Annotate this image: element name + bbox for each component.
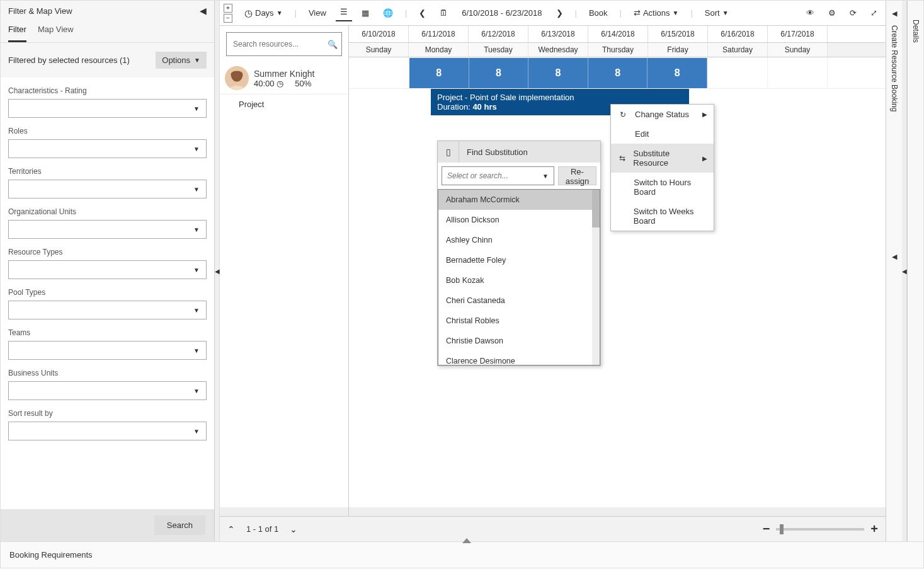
zoom-in-icon[interactable]: + [870,522,878,536]
zoom-slider[interactable] [776,528,864,531]
expand-all-icon[interactable]: + [224,4,232,13]
grid-view-icon[interactable]: ▦ [357,6,374,20]
resource-row[interactable]: Summer Knight 40:00 ◷ 50% [220,62,348,95]
chevron-left-icon[interactable]: ◀ [892,253,897,261]
resource-name: Summer Knight [254,69,314,79]
substitution-option[interactable]: Bob Kozak [438,270,600,290]
booking-requirements-label: Booking Requirements [9,550,93,560]
context-menu-item[interactable]: ↻Change Status▶ [611,105,714,124]
filter-teams[interactable]: ▼ [8,341,207,360]
substitution-option[interactable]: Allison Dickson [438,210,600,230]
book-button[interactable]: Book [585,6,612,20]
time-scale-days[interactable]: ◷ Days ▼ [240,5,287,21]
context-menu-item[interactable]: Switch to Weeks Board [611,202,714,231]
filter-pool-types[interactable]: ▼ [8,301,207,319]
collapse-all-icon[interactable]: − [224,14,232,23]
popup-title: Find Substitution [459,142,535,162]
chevron-up-icon[interactable] [462,537,471,543]
filter-business-units[interactable]: ▼ [8,381,207,400]
search-button[interactable]: Search [154,515,205,535]
refresh-icon[interactable]: ⟳ [845,6,861,20]
left-splitter[interactable]: ◀ [215,1,220,541]
chevron-right-icon: ▶ [702,111,707,118]
context-menu: ↻Change Status▶Edit⇆Substitute Resource▶… [610,104,714,231]
page-down-icon[interactable]: ⌄ [290,524,297,534]
filter-org-units[interactable]: ▼ [8,220,207,239]
prev-range-button[interactable]: ❮ [414,6,430,20]
tab-map-view[interactable]: Map View [38,21,74,42]
context-menu-item[interactable]: Switch to Hours Board [611,173,714,202]
day-header: Wednesday [528,43,588,57]
grid-cell[interactable] [708,57,768,88]
substitution-option[interactable]: Christal Robles [438,311,600,331]
actions-button[interactable]: ⇄ Actions ▼ [629,6,683,20]
details-rail[interactable]: Details [907,1,923,541]
chevron-down-icon: ▼ [542,173,549,180]
date-header: 6/16/2018 [708,26,768,42]
chevron-down-icon: ▼ [194,57,200,64]
popup-collapse-icon[interactable]: ▯ [438,141,459,163]
filter-territories[interactable]: ▼ [8,180,207,198]
zoom-out-icon[interactable]: − [763,522,770,536]
collapse-left-icon[interactable]: ◀ [200,6,207,16]
substitution-option[interactable]: Ashley Chinn [438,230,600,250]
eye-icon[interactable]: 👁 [802,6,819,20]
substitution-search-input[interactable] [447,171,542,180]
date-header: 6/14/2018 [588,26,648,42]
chevron-down-icon: ▼ [277,9,283,16]
filter-label: Characteristics - Rating [8,86,207,95]
filter-characteristics[interactable]: ▼ [8,99,207,118]
filter-roles[interactable]: ▼ [8,139,207,158]
filter-label: Resource Types [8,248,207,256]
find-substitution-popup: ▯ Find Substitution ▼ Re-assign [437,141,601,366]
substitution-option[interactable]: Christie Dawson [438,331,600,351]
gear-icon[interactable]: ⚙ [824,6,840,20]
page-up-icon[interactable]: ⌃ [227,524,235,534]
list-view-icon[interactable]: ☰ [336,4,352,21]
substitution-option[interactable]: Bernadette Foley [438,250,600,270]
day-header: Thursday [588,43,648,57]
fullscreen-icon[interactable]: ⤢ [866,6,882,20]
chevron-down-icon: ▼ [722,9,729,16]
date-header: 6/13/2018 [528,26,588,42]
horizontal-scrollbar[interactable] [220,507,348,516]
sort-button[interactable]: Sort ▼ [700,6,733,20]
tab-filter[interactable]: Filter [8,21,26,42]
map-globe-icon[interactable]: 🌐 [379,6,397,20]
filter-label: Sort result by [8,409,207,418]
substitution-option[interactable]: Cheri Castaneda [438,290,600,311]
create-booking-rail[interactable]: ◀ Create Resource Booking ◀ [886,1,902,541]
filter-resource-types[interactable]: ▼ [8,260,207,279]
capacity-bar[interactable]: 88888 [409,57,708,89]
swap-icon: ⇄ [634,8,641,18]
schedule-board: + − ◷ Days ▼ | View ☰ ▦ 🌐 | ❮ 🗓 6/10/201… [220,1,886,541]
context-menu-item[interactable]: Edit [611,124,714,144]
grid-cell[interactable] [349,57,409,88]
scrollbar[interactable] [592,190,600,365]
avatar [225,66,249,90]
substitution-option[interactable]: Abraham McCormick [438,190,600,210]
search-input[interactable] [233,40,328,49]
substitution-option[interactable]: Clarence Desimone [438,351,600,365]
substitution-select[interactable]: ▼ [442,166,554,185]
chevron-right-icon: ▶ [702,155,707,162]
right-splitter[interactable]: ◀ [902,1,907,541]
filter-panel-title: Filter & Map View [8,6,72,16]
search-icon[interactable]: 🔍 [328,40,338,49]
reassign-button[interactable]: Re-assign [558,166,596,185]
context-menu-item[interactable]: ⇆Substitute Resource▶ [611,144,714,173]
horizontal-scrollbar[interactable] [349,507,886,516]
pager-bar: ⌃ 1 - 1 of 1 ⌄ − + [220,516,886,541]
options-button[interactable]: Options ▼ [156,52,207,69]
booking-requirements-bar[interactable]: Booking Requirements [0,542,924,568]
resource-search[interactable]: 🔍 [226,32,342,56]
capacity-hour: 8 [409,58,469,88]
next-range-button[interactable]: ❯ [552,6,568,20]
grid-cell[interactable] [768,57,828,88]
filter-label: Teams [8,328,207,337]
menu-item-label: Switch to Hours Board [634,178,707,197]
details-label: Details [911,20,920,43]
filter-sort-by[interactable]: ▼ [8,422,207,440]
calendar-icon[interactable]: 🗓 [435,6,452,20]
resource-subrow[interactable]: Project [220,95,348,114]
